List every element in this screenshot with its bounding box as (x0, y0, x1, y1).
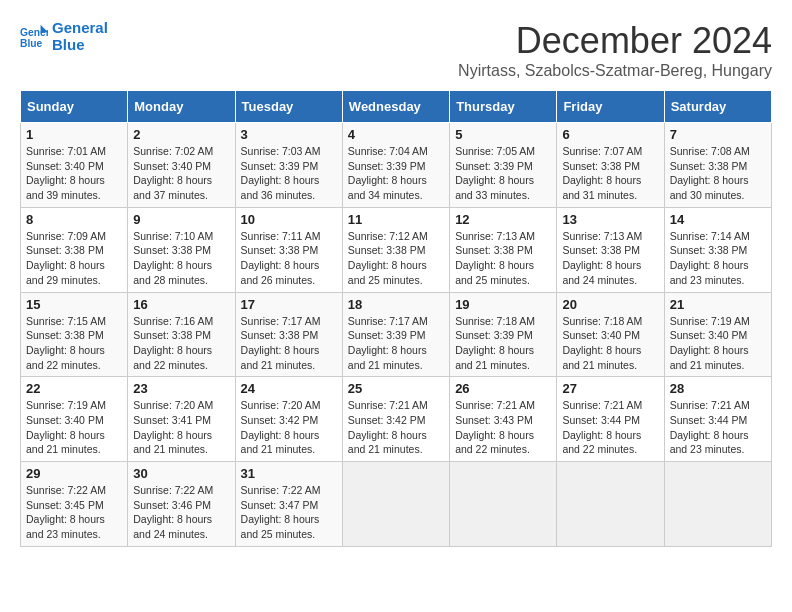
calendar-cell: 17 Sunrise: 7:17 AMSunset: 3:38 PMDaylig… (235, 292, 342, 377)
calendar-cell (342, 462, 449, 547)
calendar-cell: 3 Sunrise: 7:03 AMSunset: 3:39 PMDayligh… (235, 123, 342, 208)
header-thursday: Thursday (450, 91, 557, 123)
logo: General Blue General Blue (20, 20, 108, 53)
day-info: Sunrise: 7:22 AMSunset: 3:47 PMDaylight:… (241, 484, 321, 540)
day-number: 2 (133, 127, 229, 142)
day-info: Sunrise: 7:07 AMSunset: 3:38 PMDaylight:… (562, 145, 642, 201)
day-number: 21 (670, 297, 766, 312)
day-info: Sunrise: 7:20 AMSunset: 3:42 PMDaylight:… (241, 399, 321, 455)
calendar-cell: 5 Sunrise: 7:05 AMSunset: 3:39 PMDayligh… (450, 123, 557, 208)
calendar-cell: 27 Sunrise: 7:21 AMSunset: 3:44 PMDaylig… (557, 377, 664, 462)
calendar-cell: 4 Sunrise: 7:04 AMSunset: 3:39 PMDayligh… (342, 123, 449, 208)
day-number: 6 (562, 127, 658, 142)
calendar-cell: 31 Sunrise: 7:22 AMSunset: 3:47 PMDaylig… (235, 462, 342, 547)
day-info: Sunrise: 7:18 AMSunset: 3:39 PMDaylight:… (455, 315, 535, 371)
day-number: 4 (348, 127, 444, 142)
day-number: 18 (348, 297, 444, 312)
day-info: Sunrise: 7:16 AMSunset: 3:38 PMDaylight:… (133, 315, 213, 371)
calendar-cell: 25 Sunrise: 7:21 AMSunset: 3:42 PMDaylig… (342, 377, 449, 462)
week-row-4: 29 Sunrise: 7:22 AMSunset: 3:45 PMDaylig… (21, 462, 772, 547)
week-row-3: 22 Sunrise: 7:19 AMSunset: 3:40 PMDaylig… (21, 377, 772, 462)
day-number: 3 (241, 127, 337, 142)
header-row: SundayMondayTuesdayWednesdayThursdayFrid… (21, 91, 772, 123)
calendar-body: 1 Sunrise: 7:01 AMSunset: 3:40 PMDayligh… (21, 123, 772, 547)
day-info: Sunrise: 7:08 AMSunset: 3:38 PMDaylight:… (670, 145, 750, 201)
title-block: December 2024 Nyirtass, Szabolcs-Szatmar… (458, 20, 772, 80)
page-header: General Blue General Blue December 2024 … (20, 20, 772, 80)
calendar-cell: 8 Sunrise: 7:09 AMSunset: 3:38 PMDayligh… (21, 207, 128, 292)
day-info: Sunrise: 7:21 AMSunset: 3:44 PMDaylight:… (670, 399, 750, 455)
calendar-cell: 21 Sunrise: 7:19 AMSunset: 3:40 PMDaylig… (664, 292, 771, 377)
day-number: 23 (133, 381, 229, 396)
logo-text-line2: Blue (52, 37, 108, 54)
day-number: 24 (241, 381, 337, 396)
header-monday: Monday (128, 91, 235, 123)
day-number: 14 (670, 212, 766, 227)
day-number: 5 (455, 127, 551, 142)
calendar-cell: 12 Sunrise: 7:13 AMSunset: 3:38 PMDaylig… (450, 207, 557, 292)
header-sunday: Sunday (21, 91, 128, 123)
calendar-cell: 23 Sunrise: 7:20 AMSunset: 3:41 PMDaylig… (128, 377, 235, 462)
calendar-cell (664, 462, 771, 547)
header-saturday: Saturday (664, 91, 771, 123)
calendar-cell: 16 Sunrise: 7:16 AMSunset: 3:38 PMDaylig… (128, 292, 235, 377)
calendar-cell: 14 Sunrise: 7:14 AMSunset: 3:38 PMDaylig… (664, 207, 771, 292)
day-number: 26 (455, 381, 551, 396)
day-info: Sunrise: 7:13 AMSunset: 3:38 PMDaylight:… (562, 230, 642, 286)
day-info: Sunrise: 7:09 AMSunset: 3:38 PMDaylight:… (26, 230, 106, 286)
day-info: Sunrise: 7:12 AMSunset: 3:38 PMDaylight:… (348, 230, 428, 286)
week-row-2: 15 Sunrise: 7:15 AMSunset: 3:38 PMDaylig… (21, 292, 772, 377)
calendar-cell: 22 Sunrise: 7:19 AMSunset: 3:40 PMDaylig… (21, 377, 128, 462)
week-row-1: 8 Sunrise: 7:09 AMSunset: 3:38 PMDayligh… (21, 207, 772, 292)
day-info: Sunrise: 7:22 AMSunset: 3:46 PMDaylight:… (133, 484, 213, 540)
day-number: 16 (133, 297, 229, 312)
day-info: Sunrise: 7:17 AMSunset: 3:39 PMDaylight:… (348, 315, 428, 371)
day-info: Sunrise: 7:04 AMSunset: 3:39 PMDaylight:… (348, 145, 428, 201)
calendar-header: SundayMondayTuesdayWednesdayThursdayFrid… (21, 91, 772, 123)
day-info: Sunrise: 7:19 AMSunset: 3:40 PMDaylight:… (26, 399, 106, 455)
day-info: Sunrise: 7:01 AMSunset: 3:40 PMDaylight:… (26, 145, 106, 201)
day-info: Sunrise: 7:17 AMSunset: 3:38 PMDaylight:… (241, 315, 321, 371)
calendar-cell: 29 Sunrise: 7:22 AMSunset: 3:45 PMDaylig… (21, 462, 128, 547)
day-number: 29 (26, 466, 122, 481)
day-number: 20 (562, 297, 658, 312)
calendar-cell: 19 Sunrise: 7:18 AMSunset: 3:39 PMDaylig… (450, 292, 557, 377)
day-number: 8 (26, 212, 122, 227)
day-number: 27 (562, 381, 658, 396)
day-number: 17 (241, 297, 337, 312)
calendar-cell (557, 462, 664, 547)
header-friday: Friday (557, 91, 664, 123)
week-row-0: 1 Sunrise: 7:01 AMSunset: 3:40 PMDayligh… (21, 123, 772, 208)
day-info: Sunrise: 7:15 AMSunset: 3:38 PMDaylight:… (26, 315, 106, 371)
calendar-cell: 11 Sunrise: 7:12 AMSunset: 3:38 PMDaylig… (342, 207, 449, 292)
day-info: Sunrise: 7:13 AMSunset: 3:38 PMDaylight:… (455, 230, 535, 286)
day-number: 25 (348, 381, 444, 396)
calendar-cell: 30 Sunrise: 7:22 AMSunset: 3:46 PMDaylig… (128, 462, 235, 547)
day-number: 15 (26, 297, 122, 312)
day-info: Sunrise: 7:21 AMSunset: 3:43 PMDaylight:… (455, 399, 535, 455)
day-info: Sunrise: 7:20 AMSunset: 3:41 PMDaylight:… (133, 399, 213, 455)
calendar-cell: 20 Sunrise: 7:18 AMSunset: 3:40 PMDaylig… (557, 292, 664, 377)
calendar-cell: 10 Sunrise: 7:11 AMSunset: 3:38 PMDaylig… (235, 207, 342, 292)
day-number: 30 (133, 466, 229, 481)
day-info: Sunrise: 7:02 AMSunset: 3:40 PMDaylight:… (133, 145, 213, 201)
calendar-cell: 24 Sunrise: 7:20 AMSunset: 3:42 PMDaylig… (235, 377, 342, 462)
svg-text:Blue: Blue (20, 38, 43, 49)
calendar-cell: 2 Sunrise: 7:02 AMSunset: 3:40 PMDayligh… (128, 123, 235, 208)
day-info: Sunrise: 7:10 AMSunset: 3:38 PMDaylight:… (133, 230, 213, 286)
calendar-cell: 28 Sunrise: 7:21 AMSunset: 3:44 PMDaylig… (664, 377, 771, 462)
day-info: Sunrise: 7:19 AMSunset: 3:40 PMDaylight:… (670, 315, 750, 371)
day-number: 7 (670, 127, 766, 142)
day-info: Sunrise: 7:21 AMSunset: 3:44 PMDaylight:… (562, 399, 642, 455)
day-info: Sunrise: 7:05 AMSunset: 3:39 PMDaylight:… (455, 145, 535, 201)
calendar-cell: 9 Sunrise: 7:10 AMSunset: 3:38 PMDayligh… (128, 207, 235, 292)
calendar-cell: 6 Sunrise: 7:07 AMSunset: 3:38 PMDayligh… (557, 123, 664, 208)
calendar-cell: 7 Sunrise: 7:08 AMSunset: 3:38 PMDayligh… (664, 123, 771, 208)
calendar-cell: 13 Sunrise: 7:13 AMSunset: 3:38 PMDaylig… (557, 207, 664, 292)
calendar: SundayMondayTuesdayWednesdayThursdayFrid… (20, 90, 772, 547)
month-title: December 2024 (458, 20, 772, 62)
calendar-cell: 18 Sunrise: 7:17 AMSunset: 3:39 PMDaylig… (342, 292, 449, 377)
day-number: 1 (26, 127, 122, 142)
day-info: Sunrise: 7:11 AMSunset: 3:38 PMDaylight:… (241, 230, 321, 286)
calendar-cell: 26 Sunrise: 7:21 AMSunset: 3:43 PMDaylig… (450, 377, 557, 462)
